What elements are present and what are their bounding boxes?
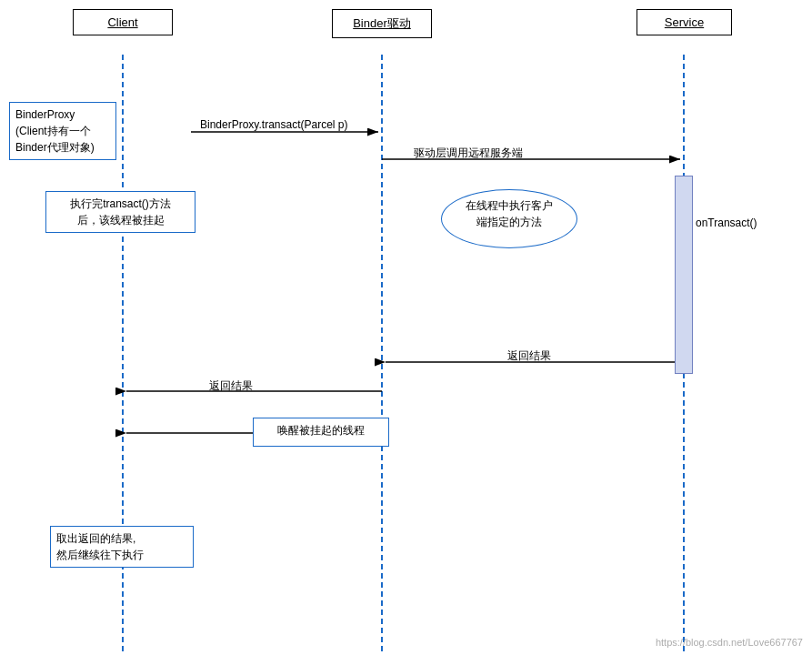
transact-label: BinderProxy.transact(Parcel p) [200, 118, 348, 131]
oval-execute-method: 在线程中执行客户端指定的方法 [441, 189, 577, 248]
lifeline-binder: Binder驱动 [332, 9, 432, 38]
on-transact-label: onTransact() [696, 217, 757, 229]
binder-proxy-note: BinderProxy(Client持有一个Binder代理对象) [9, 102, 116, 160]
return-result-client-label: 返回结果 [209, 378, 253, 394]
return-result-service-label: 返回结果 [507, 348, 551, 364]
lifeline-service: Service [637, 9, 732, 35]
return-result-note: 取出返回的结果,然后继续往下执行 [50, 526, 194, 568]
watermark: https://blog.csdn.net/Love667767 [656, 637, 803, 648]
suspend-note: 执行完transact()方法后，该线程被挂起 [45, 191, 195, 233]
lifeline-client: Client [73, 9, 173, 35]
driver-call-label: 驱动层调用远程服务端 [414, 146, 523, 161]
activation-box [675, 176, 693, 374]
wake-thread-note: 唤醒被挂起的线程 [253, 418, 389, 447]
diagram-container: Client Binder驱动 Service BinderProxy(Clie… [0, 0, 812, 655]
